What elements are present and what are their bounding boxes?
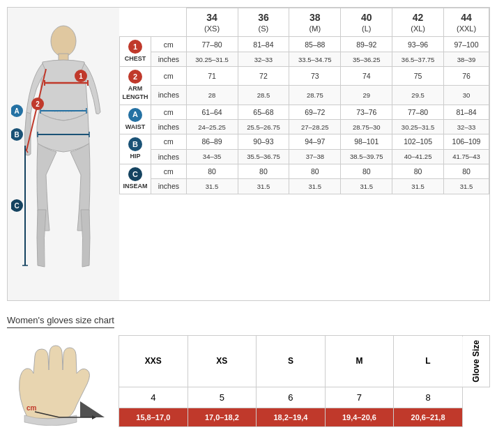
cm-val-waist-5: 81–84 xyxy=(444,105,489,119)
inch-val-hip-3: 38.5–39.75 xyxy=(341,149,392,164)
cm-val-chest-4: 93–96 xyxy=(392,37,444,52)
inch-val-waist-0: 24–25.25 xyxy=(186,119,238,134)
gloves-size-table: XXS XS S M L Glove Size 4567815,8–17,017… xyxy=(118,335,490,427)
cm-val-arm-3: 74 xyxy=(341,67,392,86)
glove-number-3: 7 xyxy=(325,387,394,408)
glove-size-label: Glove Size xyxy=(462,336,489,387)
inch-val-inseam-4: 31.5 xyxy=(392,179,444,194)
inch-val-arm-0: 28 xyxy=(186,86,238,105)
size-header-40: 40 (L) xyxy=(341,8,392,37)
svg-text:B: B xyxy=(14,131,19,139)
unit-inches-waist: inches xyxy=(151,119,187,134)
unit-inches-chest: inches xyxy=(151,52,187,66)
cm-val-hip-5: 106–109 xyxy=(444,134,489,149)
cm-val-inseam-5: 80 xyxy=(444,164,489,178)
cm-val-inseam-0: 80 xyxy=(186,164,238,178)
glove-measurement-0: 15,8–17,0 xyxy=(119,408,188,426)
glove-measurement-1: 17,0–18,2 xyxy=(188,408,257,426)
cm-val-inseam-4: 80 xyxy=(392,164,444,178)
unit-inches-inseam: inches xyxy=(151,179,187,194)
gloves-title: Women's gloves size chart xyxy=(7,315,114,328)
inch-val-inseam-3: 31.5 xyxy=(341,179,392,194)
glove-size-m-header: M xyxy=(325,336,394,387)
size-header-34: 34 (XS) xyxy=(186,8,238,37)
main-chart-container: A B C 1 2 34 (XS) xyxy=(7,7,490,301)
cm-val-arm-4: 75 xyxy=(392,67,444,86)
cm-val-chest-0: 77–80 xyxy=(186,37,238,52)
inch-val-inseam-1: 31.5 xyxy=(238,179,289,194)
unit-cm-waist: cm xyxy=(151,105,187,119)
inch-val-hip-4: 40–41.25 xyxy=(392,149,444,164)
inch-val-chest-4: 36.5–37.75 xyxy=(392,52,444,66)
cm-val-hip-3: 98–101 xyxy=(341,134,392,149)
inch-val-chest-3: 35–36.25 xyxy=(341,52,392,66)
glove-number-4: 8 xyxy=(394,387,463,408)
inch-val-arm-5: 30 xyxy=(444,86,489,105)
svg-point-0 xyxy=(51,26,76,56)
table-area: 34 (XS) 36 (S) 38 (M) 40 (L) xyxy=(119,8,489,300)
cm-val-arm-2: 73 xyxy=(289,67,341,86)
svg-text:1: 1 xyxy=(79,72,83,80)
glove-number-1: 5 xyxy=(188,387,257,408)
inch-val-hip-5: 41.75–43 xyxy=(444,149,489,164)
badge-inseam: CINSEAM xyxy=(120,164,151,194)
glove-size-s-header: S xyxy=(257,336,326,387)
cm-val-chest-5: 97–100 xyxy=(444,37,489,52)
cm-val-waist-0: 61–64 xyxy=(186,105,238,119)
glove-measurement-3: 19,4–20,6 xyxy=(325,408,394,426)
unit-cm-chest: cm xyxy=(151,37,187,52)
inch-val-inseam-0: 31.5 xyxy=(186,179,238,194)
size-header-36: 36 (S) xyxy=(238,8,289,37)
unit-inches-hip: inches xyxy=(151,149,187,164)
inch-val-hip-1: 35.5–36.75 xyxy=(238,149,289,164)
badge-arm: 2ARM LENGTH xyxy=(120,67,151,105)
inch-val-hip-2: 37–38 xyxy=(289,149,341,164)
cm-val-inseam-2: 80 xyxy=(289,164,341,178)
unit-cm-inseam: cm xyxy=(151,164,187,178)
cm-val-hip-1: 90–93 xyxy=(238,134,289,149)
svg-text:cm: cm xyxy=(26,404,37,412)
inch-val-chest-0: 30.25–31.5 xyxy=(186,52,238,66)
gloves-table-wrapper: XXS XS S M L Glove Size 4567815,8–17,017… xyxy=(118,335,490,427)
cm-val-hip-4: 102–105 xyxy=(392,134,444,149)
inch-val-inseam-2: 31.5 xyxy=(289,179,341,194)
inch-val-chest-1: 32–33 xyxy=(238,52,289,66)
glove-size-xs-header: XS xyxy=(188,336,257,387)
cm-val-inseam-1: 80 xyxy=(238,164,289,178)
svg-text:2: 2 xyxy=(36,100,40,108)
svg-marker-29 xyxy=(80,401,105,417)
inch-val-hip-0: 34–35 xyxy=(186,149,238,164)
cm-val-arm-5: 76 xyxy=(444,67,489,86)
badge-hip: BHIP xyxy=(120,134,151,164)
glove-measurement-2: 18,2–19,4 xyxy=(257,408,326,426)
cm-val-waist-4: 77–80 xyxy=(392,105,444,119)
svg-text:A: A xyxy=(14,107,19,115)
inch-val-arm-4: 29.5 xyxy=(392,86,444,105)
cm-val-hip-2: 94–97 xyxy=(289,134,341,149)
cm-val-arm-0: 71 xyxy=(186,67,238,86)
inch-val-arm-2: 28.75 xyxy=(289,86,341,105)
size-header-42: 42 (XL) xyxy=(392,8,444,37)
unit-cm-arm: cm xyxy=(151,67,187,86)
cm-val-waist-1: 65–68 xyxy=(238,105,289,119)
badge-waist: AWAIST xyxy=(120,105,151,134)
inch-val-chest-2: 33.5–34.75 xyxy=(289,52,341,66)
size-header-44: 44 (XXL) xyxy=(444,8,489,37)
gloves-section: Women's gloves size chart cm xyxy=(7,315,490,427)
inch-val-waist-4: 30.25–31.5 xyxy=(392,119,444,134)
glove-size-xxs-header: XXS xyxy=(119,336,188,387)
unit-inches-arm: inches xyxy=(151,86,187,105)
cm-val-chest-3: 89–92 xyxy=(341,37,392,52)
glove-measurement-4: 20,6–21,8 xyxy=(394,408,463,426)
figure-panel: A B C 1 2 xyxy=(8,8,119,300)
gloves-figure: cm xyxy=(7,335,118,427)
cm-val-waist-3: 73–76 xyxy=(341,105,392,119)
cm-val-chest-2: 85–88 xyxy=(289,37,341,52)
glove-number-2: 6 xyxy=(257,387,326,408)
inch-val-waist-3: 28.75–30 xyxy=(341,119,392,134)
cm-val-arm-1: 72 xyxy=(238,67,289,86)
inch-val-arm-3: 29 xyxy=(341,86,392,105)
inch-val-waist-1: 25.5–26.75 xyxy=(238,119,289,134)
inch-val-waist-2: 27–28.25 xyxy=(289,119,341,134)
cm-val-waist-2: 69–72 xyxy=(289,105,341,119)
